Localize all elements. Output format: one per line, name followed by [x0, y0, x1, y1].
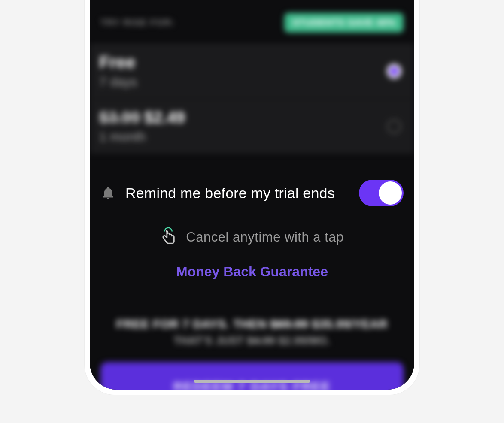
money-back-guarantee-link[interactable]: Money Back Guarantee [100, 264, 404, 280]
toggle-knob [379, 181, 402, 205]
cancel-anytime-text: Cancel anytime with a tap [186, 230, 343, 245]
tap-icon [160, 227, 176, 248]
radio-selected-icon[interactable] [387, 64, 401, 79]
radio-unselected-icon[interactable] [387, 119, 401, 134]
reminder-row: Remind me before my trial ends [100, 180, 404, 206]
reminder-toggle[interactable] [359, 180, 404, 206]
phone-screen: TRY RISE FOR: STUDENTS SAVE 40% Free 7 d… [90, 0, 414, 390]
plan-subtitle: 1 month [99, 130, 405, 144]
cancel-row: Cancel anytime with a tap [100, 227, 404, 248]
plan-option-free[interactable]: Free 7 days [90, 43, 414, 99]
students-save-badge: STUDENTS SAVE 40% [284, 13, 404, 33]
plan-old-price: $3.99 [99, 109, 140, 127]
plan-subtitle: 7 days [99, 75, 405, 89]
middle-section: Remind me before my trial ends Cancel an… [90, 154, 414, 295]
pricing-line-1: FREE FOR 7 DAYS. THEN $69.99 $35.99/YEAR [100, 317, 404, 331]
redeem-button[interactable]: REDEEM 7 DAYS FREE [100, 362, 404, 390]
plan-option-monthly[interactable]: $3.99$2.49 1 month [90, 99, 414, 154]
reminder-label: Remind me before my trial ends [125, 185, 349, 202]
plan-title: Free [99, 53, 405, 72]
bottom-blurred-section: FREE FOR 7 DAYS. THEN $69.99 $35.99/YEAR… [90, 304, 414, 390]
pricing-line-2: THAT'S JUST $4.99 $2.99/MO. [100, 335, 404, 347]
plan-new-price: $2.49 [144, 109, 185, 127]
plan-price: $3.99$2.49 [99, 109, 405, 127]
bell-icon [100, 185, 116, 201]
home-indicator[interactable] [194, 380, 310, 383]
top-blurred-section: TRY RISE FOR: STUDENTS SAVE 40% Free 7 d… [90, 0, 414, 154]
phone-frame: TRY RISE FOR: STUDENTS SAVE 40% Free 7 d… [85, 0, 419, 395]
try-rise-label: TRY RISE FOR: [100, 17, 175, 28]
